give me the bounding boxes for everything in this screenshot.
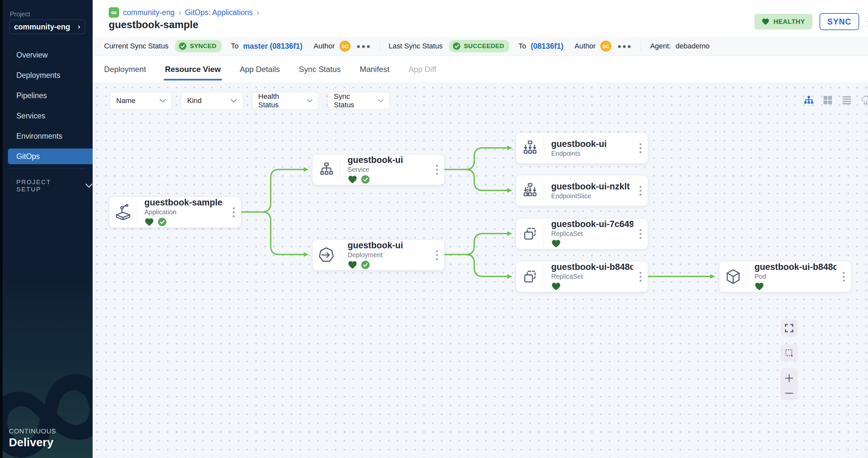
breadcrumb-applications-link[interactable]: GitOps: Applications [185, 8, 253, 17]
succeeded-badge: SUCCEEDED [449, 40, 509, 52]
node-status-icons [348, 175, 430, 185]
health-heart-icon [348, 260, 358, 269]
health-heart-icon [348, 175, 358, 184]
sidebar-nav: OverviewDeploymentsPipelinesServicesEnvi… [3, 42, 93, 169]
resource-node-replicaset[interactable]: guestbook-ui-7c64987dc9ReplicaSet [516, 218, 648, 249]
tab-app-details[interactable]: App Details [240, 56, 280, 83]
node-menu-button[interactable] [633, 133, 648, 163]
author-label: Author [314, 42, 335, 51]
sidebar-item-gitops[interactable]: GitOps [8, 149, 93, 164]
sidebar-divider [8, 168, 85, 169]
breadcrumb-project-link[interactable]: community-eng [123, 8, 175, 17]
zoom-in-icon[interactable] [784, 373, 794, 383]
node-title: guestbook-ui-b848d5d9... [754, 262, 837, 272]
node-title: guestbook-ui [348, 155, 430, 165]
project-selector-value: community-eng [14, 23, 78, 31]
resource-node-service[interactable]: guestbook-uiService [312, 154, 444, 185]
project-setup-label: PROJECT SETUP [17, 178, 77, 193]
sidebar-item-pipelines[interactable]: Pipelines [3, 88, 93, 103]
node-menu-button[interactable] [633, 219, 648, 249]
node-menu-button[interactable] [226, 197, 241, 227]
to-label: To [519, 42, 526, 51]
sidebar-item-services[interactable]: Services [3, 108, 93, 124]
node-status-icons [551, 239, 633, 249]
filter-health-status[interactable]: Health Status [252, 92, 319, 109]
last-sync-revision-link[interactable]: (08136f1) [531, 42, 564, 51]
node-menu-button[interactable] [633, 261, 648, 292]
grid-view-icon[interactable] [823, 95, 833, 105]
brand-delivery: Delivery [9, 436, 56, 449]
application-icon [109, 197, 137, 227]
node-menu-button[interactable] [633, 175, 648, 206]
filter-name[interactable]: Name [110, 92, 172, 109]
resource-node-application[interactable]: guestbook-sampleApplication [109, 197, 241, 228]
filter-sync-status[interactable]: Sync Status [328, 92, 390, 109]
more-authors-button[interactable]: ●●● [356, 42, 371, 50]
filter-kind[interactable]: Kind [181, 92, 243, 109]
resource-node-endpointslice[interactable]: guestbook-ui-nzkltEndpointSlice [516, 175, 648, 206]
succeeded-badge-label: SUCCEEDED [464, 42, 504, 50]
agent-value: debademo [676, 42, 710, 50]
synced-badge: SYNCED [175, 40, 222, 52]
endpoints-icon [516, 133, 544, 163]
author-label: Author [575, 42, 596, 51]
cloud-view-icon[interactable] [861, 95, 868, 105]
resource-node-endpoints[interactable]: guestbook-uiEndpoints [516, 132, 648, 164]
list-view-icon[interactable] [841, 95, 852, 105]
brand-continuous: CONTINUOUS [9, 428, 56, 435]
breadcrumb: ∞ community-eng › GitOps: Applications › [108, 7, 259, 18]
sidebar-item-deployments[interactable]: Deployments [3, 67, 93, 83]
avatar[interactable]: SC [600, 40, 611, 52]
sidebar-item-overview[interactable]: Overview [3, 47, 93, 63]
node-kind: EndpointSlice [551, 192, 633, 200]
current-sync-label: Current Sync Status [104, 42, 168, 51]
fullscreen-button[interactable] [781, 320, 798, 337]
sidebar-item-project-setup[interactable]: PROJECT SETUP [17, 178, 93, 193]
avatar[interactable]: SC [339, 40, 350, 52]
health-heart-icon [144, 218, 154, 226]
health-heart-icon [754, 282, 764, 291]
pod-icon [719, 261, 747, 292]
project-selector[interactable]: community-eng › [9, 20, 85, 34]
node-menu-button[interactable] [430, 155, 444, 185]
tab-deployment[interactable]: Deployment [104, 56, 146, 83]
node-kind: ReplicaSet [551, 230, 633, 237]
resource-node-replicaset[interactable]: guestbook-ui-b848d5d9dReplicaSet [516, 261, 648, 292]
zoom-out-icon[interactable] [784, 392, 794, 395]
node-kind: Service [348, 166, 430, 173]
vertical-divider [641, 41, 641, 51]
chevron-down-icon [86, 184, 93, 188]
health-badge-label: HEALTHY [773, 18, 805, 26]
tab-app-diff[interactable]: App Diff [408, 56, 436, 83]
resource-tree-canvas[interactable]: NameKindHealth StatusSync Status guestbo… [93, 83, 868, 458]
filter-label: Sync Status [334, 92, 366, 109]
chevron-down-icon [378, 99, 383, 103]
tab-sync-status[interactable]: Sync Status [299, 56, 341, 83]
node-menu-button[interactable] [837, 261, 851, 292]
current-sync-revision-link[interactable]: master (08136f1) [243, 42, 303, 51]
resource-node-pod[interactable]: guestbook-ui-b848d5d9...Pod [719, 261, 851, 292]
last-sync-label: Last Sync Status [389, 42, 442, 51]
marquee-select-button[interactable] [781, 345, 798, 361]
node-title: guestbook-ui-b848d5d9d [551, 262, 633, 272]
view-toggles [804, 95, 868, 105]
tab-resource-view[interactable]: Resource View [165, 56, 221, 83]
tab-manifest[interactable]: Manifest [360, 56, 390, 83]
health-heart-icon [551, 239, 561, 248]
replicaset-icon [516, 261, 544, 292]
node-status-icons [144, 217, 226, 227]
app-menu-button[interactable] [866, 15, 868, 29]
tree-view-icon[interactable] [804, 95, 814, 105]
filter-label: Kind [187, 97, 202, 105]
node-menu-button[interactable] [430, 240, 444, 270]
endpointslice-icon [516, 175, 544, 206]
sync-button[interactable]: SYNC [819, 13, 859, 30]
resource-node-deployment[interactable]: guestbook-uiDeployment [312, 239, 444, 270]
vertical-divider [380, 41, 380, 51]
filter-bar: NameKindHealth StatusSync Status [110, 92, 390, 109]
more-authors-button[interactable]: ●●● [617, 42, 632, 50]
health-status-badge: HEALTHY [754, 14, 812, 29]
sidebar-item-environments[interactable]: Environments [3, 128, 93, 144]
synced-check-icon [157, 217, 167, 227]
health-heart-icon [551, 282, 561, 291]
